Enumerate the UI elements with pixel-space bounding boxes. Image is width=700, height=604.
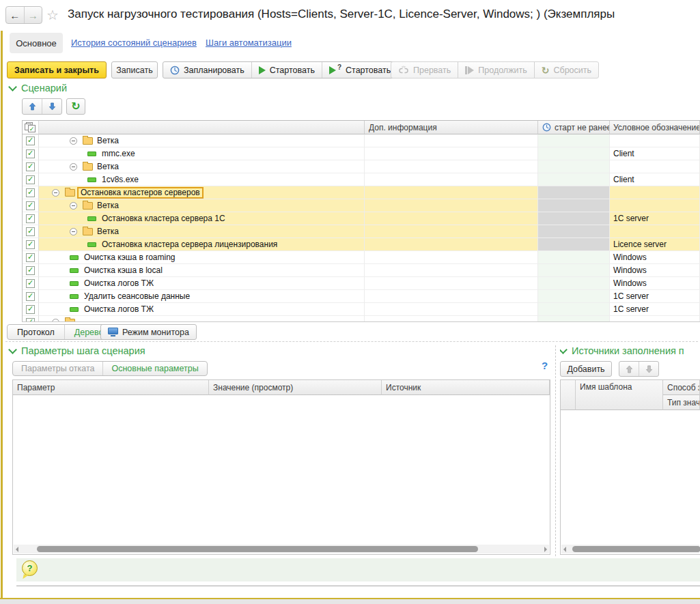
row-name-cell[interactable]: Остановка кластеров серверов <box>39 186 365 199</box>
row-unit-cell[interactable]: 1C server <box>610 212 700 225</box>
row-name-cell[interactable]: Очистка логов ТЖ <box>39 277 365 290</box>
tab-scenario-state-history[interactable]: История состояний сценариев <box>71 38 197 48</box>
row-name-cell[interactable]: Ветка <box>39 225 365 238</box>
row-name-cell[interactable]: mmc.exe <box>39 147 365 160</box>
fill-sources-section-header[interactable]: Источники заполнения п <box>560 345 700 356</box>
step-params-section-header[interactable]: Параметры шага сценария <box>10 345 145 356</box>
row-name-cell[interactable] <box>39 316 365 322</box>
main-params-tab[interactable]: Основные параметры <box>102 362 206 375</box>
favorite-star-icon[interactable]: ☆ <box>46 7 59 23</box>
column-name-header[interactable] <box>39 121 365 134</box>
scenario-row[interactable]: ✓Очистка логов ТЖ1C server <box>23 303 700 316</box>
row-checkbox[interactable]: ✓ <box>26 136 35 145</box>
row-start-cell[interactable] <box>538 251 610 264</box>
monitor-mode-button[interactable]: Режим монитора <box>100 324 197 340</box>
reset-button[interactable]: ↻ Сбросить <box>534 62 598 78</box>
collapse-toggle-icon[interactable] <box>52 189 59 197</box>
row-info-cell[interactable] <box>365 238 538 251</box>
row-name-cell[interactable]: Очистка кэша в local <box>39 264 365 277</box>
tab-automation-steps[interactable]: Шаги автоматизации <box>206 38 292 48</box>
row-unit-cell[interactable] <box>610 186 700 199</box>
scroll-left-icon[interactable] <box>16 547 18 552</box>
help-bubble-icon[interactable]: ? <box>22 560 38 576</box>
row-info-cell[interactable] <box>365 303 538 316</box>
row-checkbox[interactable]: ✓ <box>26 318 35 323</box>
sources-value-type-header[interactable]: Тип знач <box>663 395 700 410</box>
row-start-cell[interactable] <box>538 303 610 316</box>
row-name-cell[interactable]: Ветка <box>39 199 365 212</box>
scenario-row[interactable]: ✓Очистка логов ТЖWindows <box>23 277 700 290</box>
scroll-right-icon[interactable] <box>544 547 547 552</box>
row-name-cell[interactable]: Ветка <box>39 160 365 173</box>
row-unit-cell[interactable]: Licence server <box>610 238 700 251</box>
collapse-toggle-icon[interactable] <box>70 202 77 210</box>
scenario-row[interactable]: ✓1cv8s.exeClient <box>23 173 700 186</box>
scroll-left-icon[interactable] <box>563 547 566 552</box>
scenario-row[interactable]: ✓Остановка кластера сервера лицензирован… <box>23 238 700 251</box>
source-move-down-button[interactable] <box>639 362 658 376</box>
scenario-row[interactable]: ✓Удалить сеансовые данные1C server <box>23 290 700 303</box>
scenario-row[interactable]: ✓Очистка кэша в roamingWindows <box>23 251 700 264</box>
row-start-cell[interactable] <box>538 199 610 212</box>
protocol-view-button[interactable]: Протокол <box>8 325 64 339</box>
scenario-row[interactable]: ✓Ветка <box>23 160 700 173</box>
row-start-cell[interactable] <box>538 290 610 303</box>
row-start-cell[interactable] <box>538 186 610 199</box>
row-unit-cell[interactable]: Windows <box>610 251 700 264</box>
row-checkbox[interactable]: ✓ <box>26 214 35 223</box>
row-checkbox[interactable]: ✓ <box>26 305 35 314</box>
check-all-header[interactable]: ✓ <box>23 121 39 134</box>
row-info-cell[interactable] <box>365 186 538 199</box>
row-info-cell[interactable] <box>365 277 538 290</box>
row-start-cell[interactable] <box>538 316 610 322</box>
start-button[interactable]: Стартовать <box>251 62 322 78</box>
row-start-cell[interactable] <box>538 160 610 173</box>
scenario-row[interactable]: ✓Ветка <box>23 199 700 212</box>
column-info-header[interactable]: Доп. информация <box>365 121 538 134</box>
rollback-params-tab[interactable]: Параметры отката <box>13 362 102 375</box>
collapse-toggle-icon[interactable] <box>70 228 77 235</box>
params-hscrollbar[interactable] <box>14 545 549 553</box>
row-unit-cell[interactable] <box>610 225 700 238</box>
params-column-header[interactable]: Значение (просмотр) <box>209 380 382 395</box>
row-info-cell[interactable] <box>365 225 538 238</box>
interrupt-button[interactable]: Прервать <box>391 62 458 78</box>
scenario-section-header[interactable]: Сценарий <box>10 83 67 94</box>
row-info-cell[interactable] <box>365 251 538 264</box>
row-start-cell[interactable] <box>538 225 610 238</box>
row-start-cell[interactable] <box>538 134 610 147</box>
collapse-toggle-icon[interactable] <box>70 163 77 171</box>
row-info-cell[interactable] <box>365 199 538 212</box>
move-up-button[interactable] <box>23 99 42 114</box>
collapse-toggle-icon[interactable] <box>52 319 59 323</box>
row-start-cell[interactable] <box>538 147 610 160</box>
scenario-row[interactable]: ✓ <box>23 316 700 322</box>
row-start-cell[interactable] <box>538 277 610 290</box>
add-source-button[interactable]: Добавить <box>560 361 612 377</box>
row-start-cell[interactable] <box>538 173 610 186</box>
row-info-cell[interactable] <box>365 160 538 173</box>
row-checkbox[interactable]: ✓ <box>26 227 35 236</box>
row-checkbox[interactable]: ✓ <box>26 162 35 171</box>
row-name-cell[interactable]: Ветка <box>39 134 365 147</box>
row-unit-cell[interactable]: 1C server <box>610 303 700 316</box>
row-info-cell[interactable] <box>365 316 538 322</box>
column-unit-header[interactable]: Условное обозначение ед <box>610 121 700 134</box>
save-and-close-button[interactable]: Записать и закрыть <box>7 61 107 78</box>
row-unit-cell[interactable]: Client <box>610 147 700 160</box>
scroll-thumb[interactable] <box>572 546 700 552</box>
tab-main[interactable]: Основное <box>10 33 63 53</box>
sources-template-name-header[interactable]: Имя шаблона <box>576 380 663 410</box>
row-checkbox[interactable]: ✓ <box>26 253 35 262</box>
row-start-cell[interactable] <box>538 264 610 277</box>
row-info-cell[interactable] <box>365 134 538 147</box>
row-name-cell[interactable]: 1cv8s.exe <box>39 173 365 186</box>
schedule-button[interactable]: Запланировать <box>163 62 251 78</box>
save-button[interactable]: Записать <box>111 61 158 78</box>
row-name-cell[interactable]: Очистка кэша в roaming <box>39 251 365 264</box>
row-checkbox[interactable]: ✓ <box>26 279 35 288</box>
scenario-row[interactable]: ✓Остановка кластера сервера 1С1C server <box>23 212 700 225</box>
row-info-cell[interactable] <box>365 212 538 225</box>
scroll-thumb[interactable] <box>37 546 478 552</box>
sources-hscrollbar[interactable] <box>561 545 699 553</box>
